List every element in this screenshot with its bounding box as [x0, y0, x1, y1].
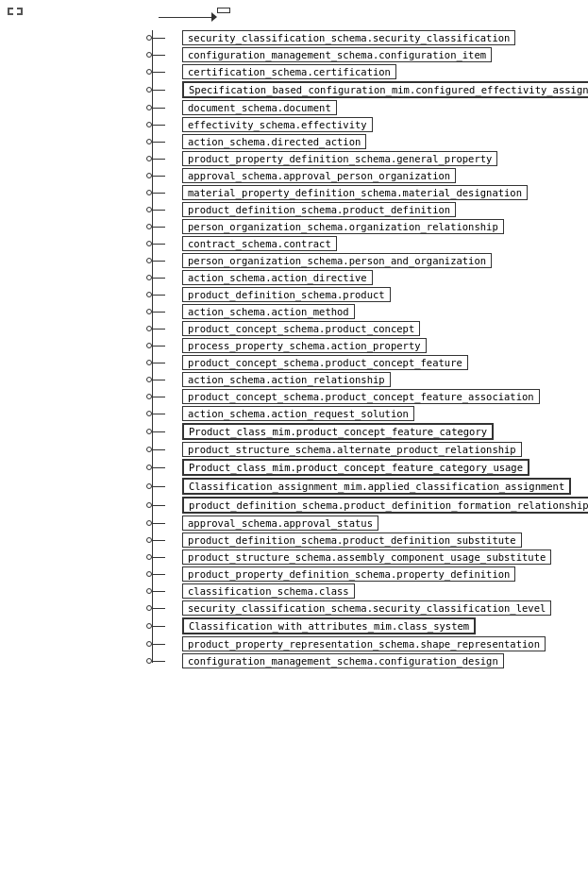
- list-item: material_property_definition_schema.mate…: [146, 185, 580, 200]
- list-item: Classification_with_attributes_mim.class…: [146, 617, 580, 634]
- item-box: action_schema.directed_action: [182, 134, 366, 149]
- connector-h-line: [152, 540, 165, 541]
- connector-h-line: [152, 90, 165, 91]
- list-item: security_classification_schema.security_…: [146, 30, 580, 45]
- item-box: action_schema.action_directive: [182, 270, 373, 285]
- item-box: product_property_definition_schema.prope…: [182, 566, 515, 582]
- connector-h-line: [152, 557, 165, 558]
- connector-h-line: [152, 278, 165, 279]
- connector-h-line: [152, 312, 165, 313]
- item-box: product_property_representation_schema.s…: [182, 636, 546, 651]
- item-box: action_schema.action_request_solution: [182, 406, 414, 421]
- vertical-backbone-line: [152, 30, 153, 663]
- connector-h-line: [152, 644, 165, 645]
- item-box: product_definition_schema.product: [182, 287, 391, 302]
- list-item: Specification_based_configuration_mim.co…: [146, 81, 580, 98]
- connector-h-line: [152, 108, 165, 109]
- connector-h-line: [152, 505, 165, 506]
- item-box: Product_class_mim.product_concept_featur…: [182, 459, 529, 476]
- item-box: product_definition_schema.product_defini…: [182, 497, 588, 514]
- item-box: Specification_based_configuration_mim.co…: [182, 81, 588, 98]
- connector-h-line: [152, 380, 165, 380]
- item-box: action_schema.action_relationship: [182, 372, 391, 387]
- item-box: security_classification_schema.security_…: [182, 30, 515, 45]
- list-item: approval_schema.approval_status: [146, 516, 580, 531]
- item-box: product_definition_schema.product_defini…: [182, 202, 456, 217]
- list-item: classification_schema.class: [146, 583, 580, 599]
- list-item: product_property_definition_schema.prope…: [146, 566, 580, 582]
- items-container: security_classification_schema.security_…: [146, 30, 580, 670]
- item-box: contract_schema.contract: [182, 236, 337, 251]
- connector-h-line: [152, 72, 165, 73]
- connector-h-line: [152, 431, 165, 432]
- connector-h-line: [152, 414, 165, 414]
- h-connector-line: [159, 17, 213, 18]
- list-item: product_definition_schema.product_defini…: [146, 497, 580, 514]
- item-box: product_concept_schema.product_concept_f…: [182, 389, 540, 404]
- connector-h-line: [152, 449, 165, 450]
- list-item: action_schema.action_request_solution: [146, 406, 580, 421]
- connector-h-line: [152, 363, 165, 363]
- connector-h-line: [152, 626, 165, 627]
- item-box: person_organization_schema.organization_…: [182, 219, 504, 234]
- list-item: product_structure_schema.assembly_compon…: [146, 549, 580, 565]
- connector-h-line: [152, 523, 165, 524]
- list-item: action_schema.action_directive: [146, 270, 580, 285]
- connector-h-line: [152, 346, 165, 347]
- connector-h-line: [152, 227, 165, 228]
- connector-h-line: [152, 467, 165, 468]
- connector-h-line: [152, 261, 165, 262]
- item-box: person_organization_schema.person_and_or…: [182, 253, 492, 268]
- connector-h-line: [152, 244, 165, 245]
- list-item: certification_schema.certification: [146, 64, 580, 79]
- connector-h-line: [152, 125, 165, 126]
- item-box: product_property_definition_schema.gener…: [182, 151, 497, 166]
- item-box: configuration_management_schema.configur…: [182, 47, 492, 62]
- connector-h-line: [152, 574, 165, 575]
- item-box: classification_schema.class: [182, 583, 355, 599]
- root-node: [8, 8, 23, 15]
- connector-h-line: [152, 55, 165, 56]
- item-box: document_schema.document: [182, 100, 337, 115]
- connector-h-line: [152, 210, 165, 211]
- item-box: material_property_definition_schema.mate…: [182, 185, 528, 200]
- list-item: security_classification_schema.security_…: [146, 600, 580, 616]
- list-item: Product_class_mim.product_concept_featur…: [146, 423, 580, 440]
- list-item: product_structure_schema.alternate_produ…: [146, 442, 580, 457]
- list-item: product_property_representation_schema.s…: [146, 636, 580, 651]
- list-item: product_concept_schema.product_concept: [146, 321, 580, 336]
- connector-h-line: [152, 142, 165, 143]
- root-connector-box: [217, 8, 230, 13]
- connector-h-line: [152, 176, 165, 177]
- list-item: approval_schema.approval_person_organiza…: [146, 168, 580, 183]
- item-box: product_structure_schema.assembly_compon…: [182, 549, 551, 565]
- list-item: product_definition_schema.product: [146, 287, 580, 302]
- connector-h-line: [152, 193, 165, 194]
- list-item: person_organization_schema.organization_…: [146, 219, 580, 234]
- list-item: effectivity_schema.effectivity: [146, 117, 580, 132]
- list-item: product_property_definition_schema.gener…: [146, 151, 580, 166]
- connector-h-line: [152, 591, 165, 592]
- connector-h-line: [152, 329, 165, 330]
- list-item: action_schema.action_method: [146, 304, 580, 319]
- item-box: Classification_assignment_mim.applied_cl…: [182, 478, 571, 495]
- list-item: action_schema.directed_action: [146, 134, 580, 149]
- item-box: security_classification_schema.security_…: [182, 600, 551, 616]
- item-box: product_definition_schema.product_defini…: [182, 532, 522, 548]
- item-box: action_schema.action_method: [182, 304, 355, 319]
- connector-h-line: [152, 608, 165, 609]
- list-item: person_organization_schema.person_and_or…: [146, 253, 580, 268]
- connector-h-line: [152, 486, 165, 487]
- list-item: contract_schema.contract: [146, 236, 580, 251]
- list-item: product_concept_schema.product_concept_f…: [146, 355, 580, 370]
- list-item: configuration_management_schema.configur…: [146, 47, 580, 62]
- list-item: product_concept_schema.product_concept_f…: [146, 389, 580, 404]
- item-box: product_structure_schema.alternate_produ…: [182, 442, 522, 457]
- arrow-head: [211, 12, 217, 22]
- item-box: Classification_with_attributes_mim.class…: [182, 617, 476, 634]
- item-box: Product_class_mim.product_concept_featur…: [182, 423, 494, 440]
- item-box: effectivity_schema.effectivity: [182, 117, 373, 132]
- item-box: configuration_management_schema.configur…: [182, 653, 504, 668]
- item-box: process_property_schema.action_property: [182, 338, 427, 353]
- list-item: action_schema.action_relationship: [146, 372, 580, 387]
